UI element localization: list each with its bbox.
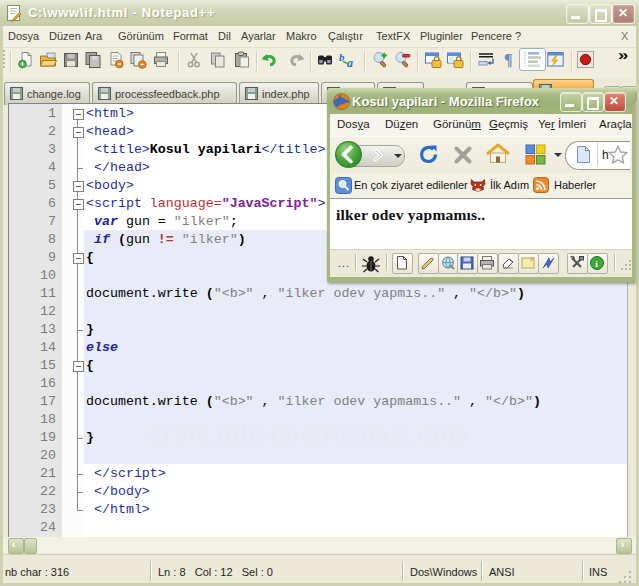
svg-text:a: a: [347, 56, 353, 69]
svg-text:¶: ¶: [504, 51, 513, 68]
svg-text:b: b: [339, 51, 345, 63]
